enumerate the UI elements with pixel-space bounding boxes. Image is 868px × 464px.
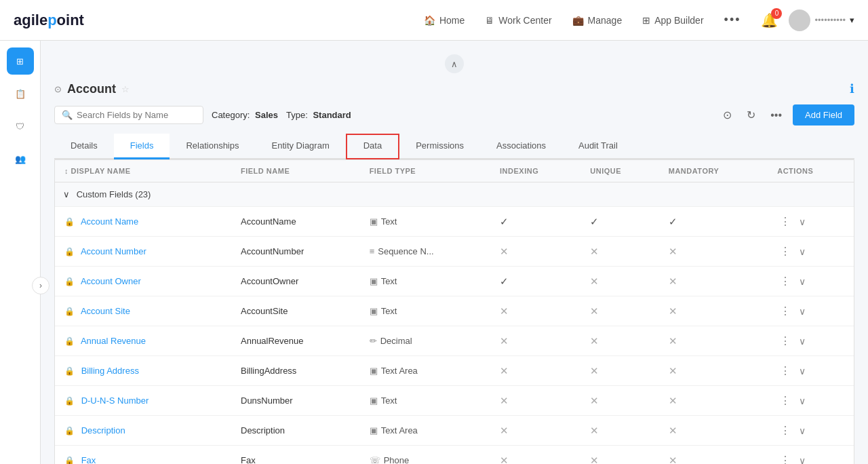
more-options-button[interactable]: ••• xyxy=(766,107,786,124)
nav-links: 🏠 Home 🖥 Work Center 💼 Manage ⊞ App Buil… xyxy=(424,13,741,27)
field-type-cell: ▣ Text xyxy=(370,306,481,316)
nav-manage[interactable]: 💼 Manage xyxy=(572,15,623,26)
row-more-button[interactable]: ⋮ xyxy=(777,393,793,408)
row-more-button[interactable]: ⋮ xyxy=(777,244,793,259)
row-expand-button[interactable]: ∨ xyxy=(796,305,808,318)
col-unique: UNIQUE xyxy=(580,160,658,182)
row-expand-button[interactable]: ∨ xyxy=(796,394,808,408)
field-name-link[interactable]: Account Name xyxy=(81,216,138,227)
mandatory-cell: ✕ xyxy=(659,386,768,416)
collapse-button[interactable]: ∧ xyxy=(445,54,464,73)
tab-permissions[interactable]: Permissions xyxy=(399,134,480,159)
nav-workcenter[interactable]: 🖥 Work Center xyxy=(485,15,551,26)
manage-label: Manage xyxy=(588,15,623,26)
field-type-cell: ▣ Text xyxy=(370,276,481,286)
actions-cell: ⋮ ∨ xyxy=(777,452,844,464)
field-type-label: Decimal xyxy=(380,336,412,346)
unique-cell: ✕ xyxy=(580,356,658,386)
field-name-link[interactable]: Annual Revenue xyxy=(81,336,146,346)
section-collapse-icon[interactable]: ∨ xyxy=(63,189,70,199)
field-type-icon: ✏ xyxy=(370,336,377,346)
row-more-button[interactable]: ⋮ xyxy=(777,273,793,289)
tab-associations[interactable]: Associations xyxy=(480,134,562,159)
tab-fields[interactable]: Fields xyxy=(114,134,170,159)
fields-table: ↕ DISPLAY NAME FIELD NAME FIELD TYPE IND… xyxy=(54,159,854,464)
row-more-button[interactable]: ⋮ xyxy=(777,452,793,464)
field-name-link[interactable]: Account Number xyxy=(81,246,146,256)
field-name-link[interactable]: Billing Address xyxy=(81,366,139,376)
nav-more[interactable]: ••• xyxy=(724,13,741,27)
refresh-button[interactable]: ↻ xyxy=(743,106,760,124)
section-row: ∨ Custom Fields (23) xyxy=(55,182,854,207)
row-more-button[interactable]: ⋮ xyxy=(777,333,793,349)
cross-icon: ✕ xyxy=(669,246,677,257)
tab-relationships[interactable]: Relationships xyxy=(170,134,255,159)
chevron-down-icon: ▾ xyxy=(850,15,854,25)
field-name-cell: Description xyxy=(231,416,360,446)
table-row: 🔒 Annual Revenue AnnualRevenue ✏ Decimal… xyxy=(55,326,854,356)
main-content: ∧ ⊙ Account ☆ ℹ 🔍 Category: Sales Type: … xyxy=(41,41,868,464)
sidebar-item-grid[interactable]: ⊞ xyxy=(7,47,34,75)
sidebar-item-shield[interactable]: 🛡 xyxy=(7,113,34,140)
field-name-cell: AccountOwner xyxy=(231,267,360,296)
lock-icon: 🔒 xyxy=(64,247,75,256)
settings-icon-button[interactable]: ⊙ xyxy=(719,106,736,124)
sidebar-item-document[interactable]: 📋 xyxy=(7,80,34,107)
table-row: 🔒 Description Description ▣ Text Area ✕ … xyxy=(55,416,854,446)
row-expand-button[interactable]: ∨ xyxy=(796,245,808,258)
add-field-button[interactable]: Add Field xyxy=(793,104,854,125)
row-more-button[interactable]: ⋮ xyxy=(777,214,793,229)
toolbar-right: ⊙ ↻ ••• Add Field xyxy=(719,104,854,125)
col-indexing: INDEXING xyxy=(490,160,580,182)
nav-home[interactable]: 🏠 Home xyxy=(424,15,465,26)
type-value: Standard xyxy=(313,110,351,120)
unique-cell: ✕ xyxy=(580,267,658,296)
cross-icon: ✕ xyxy=(590,455,599,465)
cross-icon: ✕ xyxy=(669,455,677,465)
row-expand-button[interactable]: ∨ xyxy=(796,215,808,229)
indexing-cell: ✕ xyxy=(490,326,580,356)
row-expand-button[interactable]: ∨ xyxy=(796,424,808,438)
field-name-link[interactable]: Account Owner xyxy=(81,276,141,286)
field-name-link[interactable]: Description xyxy=(81,425,125,436)
favorite-icon[interactable]: ☆ xyxy=(121,84,130,94)
sidebar-item-group[interactable]: 👥 xyxy=(7,145,34,172)
row-expand-button[interactable]: ∨ xyxy=(796,275,808,288)
actions-cell: ⋮ ∨ xyxy=(777,214,844,229)
info-icon[interactable]: ℹ xyxy=(850,81,854,96)
field-name-link[interactable]: Account Site xyxy=(81,306,130,316)
row-expand-button[interactable]: ∨ xyxy=(796,334,808,348)
search-input[interactable] xyxy=(77,110,196,120)
check-icon: ✓ xyxy=(669,216,677,227)
nav-appbuilder[interactable]: ⊞ App Builder xyxy=(642,15,703,26)
mandatory-cell: ✕ xyxy=(659,446,768,465)
category-label: Category: xyxy=(212,110,250,120)
row-expand-button[interactable]: ∨ xyxy=(796,364,808,378)
tab-audit-trail[interactable]: Audit Trail xyxy=(562,134,634,159)
row-more-button[interactable]: ⋮ xyxy=(777,363,793,379)
field-type-icon: ▣ xyxy=(370,366,378,376)
field-name-link[interactable]: D-U-N-S Number xyxy=(81,395,149,406)
user-menu[interactable]: •••••••••• ▾ xyxy=(789,9,854,31)
field-type-label: Text xyxy=(381,216,397,227)
tab-data[interactable]: Data xyxy=(346,134,399,159)
row-expand-button[interactable]: ∨ xyxy=(796,454,808,465)
nav-right: 🔔 0 •••••••••• ▾ xyxy=(761,9,854,31)
cross-icon: ✕ xyxy=(590,425,599,436)
category-value: Sales xyxy=(255,110,278,120)
field-type-cell: ▣ Text Area xyxy=(370,366,481,376)
notifications-button[interactable]: 🔔 0 xyxy=(761,12,778,28)
tab-details[interactable]: Details xyxy=(54,134,114,159)
field-type-label: Text xyxy=(381,395,397,406)
cross-icon: ✕ xyxy=(500,305,509,317)
cross-icon: ✕ xyxy=(590,246,599,257)
field-name-link[interactable]: Fax xyxy=(81,455,96,464)
table-row: 🔒 Account Owner AccountOwner ▣ Text ✓ ✕ … xyxy=(55,267,854,296)
tab-entity-diagram[interactable]: Entity Diagram xyxy=(255,134,345,159)
row-more-button[interactable]: ⋮ xyxy=(777,303,793,319)
field-name-cell: AccountNumber xyxy=(231,237,360,267)
row-more-button[interactable]: ⋮ xyxy=(777,423,793,438)
back-button[interactable]: ⊙ xyxy=(54,84,62,94)
logo[interactable]: agilepoint xyxy=(14,12,84,29)
sort-icon[interactable]: ↕ xyxy=(64,167,71,175)
